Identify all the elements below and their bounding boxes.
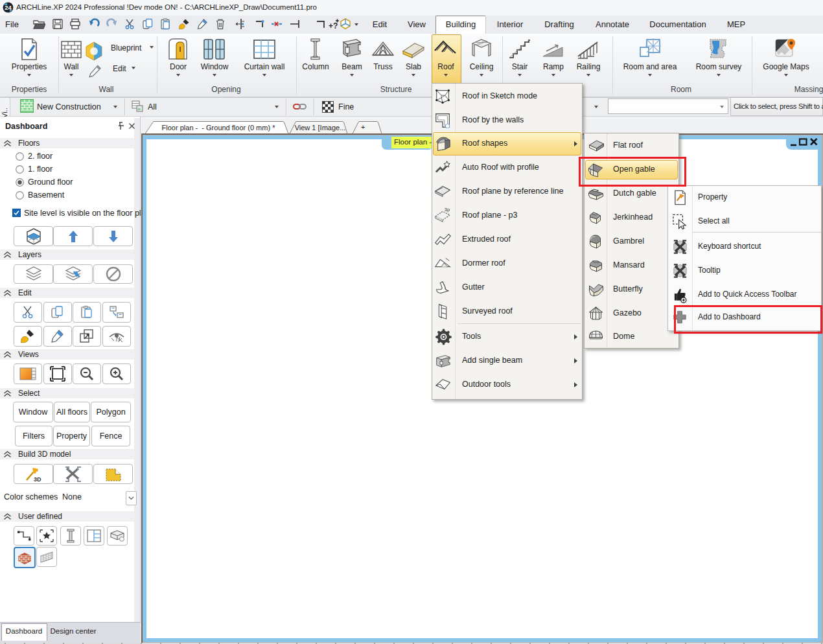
svg-text:3p: 3p — [445, 207, 450, 213]
svg-text:3D: 3D — [34, 476, 41, 483]
svg-text:+?: +? — [329, 21, 338, 30]
